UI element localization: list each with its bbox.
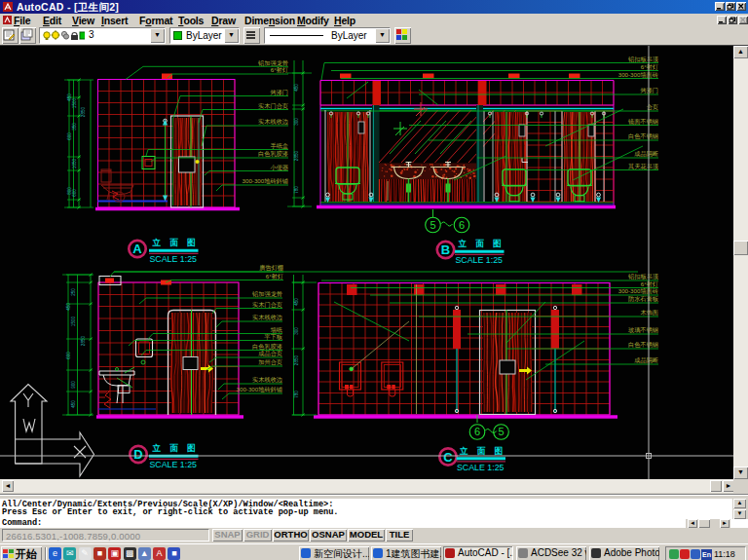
svg-text:450: 450 [294,298,299,306]
svg-text:白色不锈钢: 白色不锈钢 [628,132,658,140]
svg-text:250: 250 [71,288,76,296]
svg-text:加州合页: 加州合页 [258,358,282,366]
svg-text:SCALE 1:25: SCALE 1:25 [456,255,504,265]
svg-text:450: 450 [66,303,71,311]
svg-text:5: 5 [498,426,504,437]
svg-text:600: 600 [67,132,72,140]
svg-text:450: 450 [71,400,76,408]
svg-text:2850: 2850 [294,150,299,161]
svg-text:铝加强龙骨: 铝加强龙骨 [257,59,288,66]
svg-text:立 面 图: 立 面 图 [458,239,505,248]
svg-text:铝扣板吊顶: 铝扣板吊顶 [627,56,659,62]
svg-text:手纸盒: 手纸盒 [270,142,288,150]
svg-text:SCALE 1:25: SCALE 1:25 [150,254,198,264]
svg-text:合页: 合页 [647,103,658,111]
svg-text:成品合页: 成品合页 [258,350,282,357]
svg-text:玻璃不锈钢: 玻璃不锈钢 [628,326,658,334]
svg-text:铝扣板吊顶: 铝扣板吊顶 [627,273,659,280]
svg-text:5: 5 [430,219,435,231]
svg-text:2850: 2850 [294,355,299,365]
svg-text:木饰面: 木饰面 [640,309,658,317]
svg-text:立 面 图: 立 面 图 [152,238,200,247]
svg-text:白色乳胶漆: 白色乳胶漆 [258,150,288,158]
svg-text:实木线收边: 实木线收边 [258,118,289,126]
svg-text:300: 300 [294,118,299,126]
svg-text:6: 6 [474,426,480,437]
svg-text:烤漆门: 烤漆门 [640,87,658,94]
svg-text:实木线收边: 实木线收边 [252,376,283,384]
svg-text:300: 300 [294,327,299,335]
svg-text:烤漆门: 烤漆门 [270,89,288,96]
svg-text:实木门合页: 实木门合页 [252,301,282,309]
svg-text:2850: 2850 [81,335,86,346]
svg-text:D: D [133,447,142,462]
svg-text:300-300地砖斜铺: 300-300地砖斜铺 [243,177,288,185]
svg-text:450: 450 [294,84,299,92]
svg-text:廣告灯棚: 廣告灯棚 [259,264,283,272]
svg-text:B: B [441,243,450,257]
svg-text:墙纸: 墙纸 [270,326,282,333]
svg-text:2850: 2850 [81,106,86,117]
svg-text:白色不锈钢: 白色不锈钢 [628,341,658,349]
svg-text:SCALE 1:25: SCALE 1:25 [457,463,505,472]
svg-text:600: 600 [72,189,77,197]
svg-text:1500: 1500 [71,316,76,326]
svg-text:1050: 1050 [72,158,77,168]
svg-text:1500: 1500 [72,97,77,108]
svg-text:铝加强龙骨: 铝加强龙骨 [251,290,282,297]
svg-text:实木线收边: 实木线收边 [252,314,283,321]
svg-text:600: 600 [66,352,71,359]
svg-text:立 面 图: 立 面 图 [152,443,200,453]
svg-text:A: A [132,242,142,256]
svg-text:成品隔断: 成品隔断 [634,150,658,158]
svg-text:立 面 图: 立 面 图 [459,446,506,456]
svg-text:实木门合页: 实木门合页 [258,102,288,110]
svg-text:350: 350 [72,123,77,131]
svg-text:900: 900 [71,381,76,389]
svg-text:防水石膏板: 防水石膏板 [628,295,659,303]
svg-text:780: 780 [294,186,299,194]
svg-text:300-300墙面砖: 300-300墙面砖 [618,287,658,295]
svg-text:300-300墙面砖: 300-300墙面砖 [618,71,658,79]
svg-text:6°射灯: 6°射灯 [266,273,283,280]
svg-text:其天花吊顶: 其天花吊顶 [628,163,659,170]
svg-text:平下板: 平下板 [263,333,282,340]
svg-text:300-300地砖斜铺: 300-300地砖斜铺 [237,386,282,393]
svg-text:6°射灯: 6°射灯 [271,66,288,74]
svg-text:780: 780 [294,391,299,398]
svg-text:C: C [443,450,453,465]
svg-text:镜面不锈钢: 镜面不锈钢 [627,118,658,126]
svg-text:6: 6 [459,219,465,231]
svg-text:SCALE 1:25: SCALE 1:25 [150,460,198,469]
svg-text:成品隔断: 成品隔断 [634,356,658,364]
svg-text:小便器: 小便器 [270,164,288,171]
